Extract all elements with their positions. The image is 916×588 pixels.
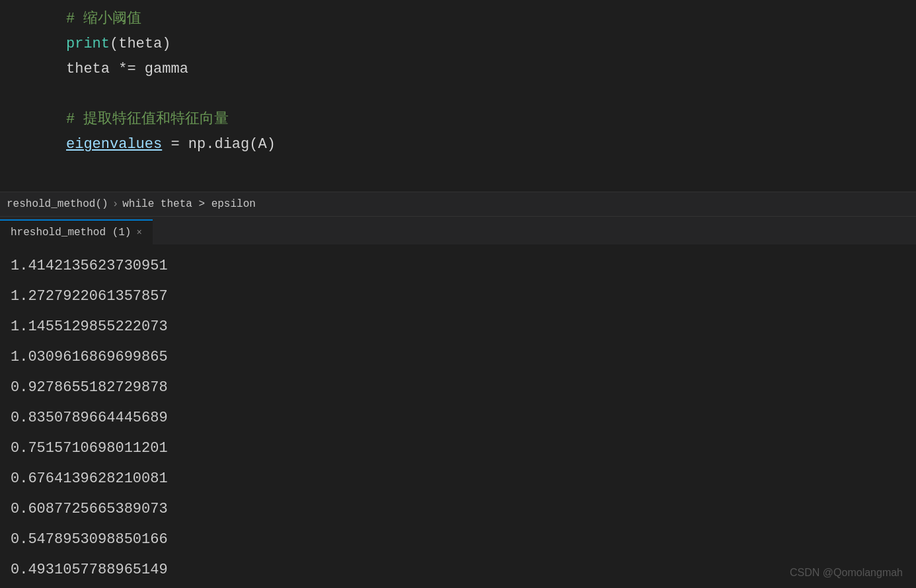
tab-label: hreshold_method (1) bbox=[11, 227, 131, 239]
output-line-7: 0.6764139628210081 bbox=[11, 464, 916, 494]
tab-bar: hreshold_method (1) × bbox=[0, 217, 916, 244]
output-line-1: 1.2727922061357857 bbox=[11, 281, 916, 312]
code-line-blank bbox=[40, 82, 916, 107]
code-line-5: eigenvalues = np.diag(A) bbox=[40, 132, 916, 157]
output-line-8: 0.6087725665389073 bbox=[11, 494, 916, 525]
code-line-4: # 提取特征值和特征向量 bbox=[40, 107, 916, 132]
breadcrumb-method: reshold_method() bbox=[7, 198, 108, 210]
var-theta-2: theta bbox=[66, 61, 110, 77]
code-panel: # 缩小阈值 print(theta) theta *= gamma # 提取特… bbox=[0, 0, 916, 192]
builtin-print: print bbox=[66, 36, 110, 52]
var-eigenvalues: eigenvalues bbox=[66, 136, 162, 153]
output-line-4: 0.9278655182729878 bbox=[11, 373, 916, 403]
code-editor: # 缩小阈值 print(theta) theta *= gamma # 提取特… bbox=[0, 0, 916, 588]
code-line-2: print(theta) bbox=[40, 32, 916, 57]
operator-muleq: *= gamma bbox=[110, 61, 188, 77]
output-line-2: 1.1455129855222073 bbox=[11, 312, 916, 342]
var-theta: theta bbox=[118, 36, 162, 52]
breadcrumb: reshold_method() › while theta > epsilon bbox=[0, 192, 916, 217]
tab-close-button[interactable]: × bbox=[136, 227, 141, 238]
code-area: # 缩小阈值 print(theta) theta *= gamma # 提取特… bbox=[0, 0, 916, 164]
output-line-10: 0.4931057788965149 bbox=[11, 555, 916, 585]
output-line-5: 0.8350789664445689 bbox=[11, 403, 916, 433]
output-line-3: 1.0309616869699865 bbox=[11, 342, 916, 373]
comment-1: # 缩小阈值 bbox=[40, 7, 141, 32]
tab-hreshold-method[interactable]: hreshold_method (1) × bbox=[0, 219, 153, 244]
paren-close: ) bbox=[162, 36, 171, 52]
output-line-6: 0.7515710698011201 bbox=[11, 433, 916, 464]
breadcrumb-separator-1: › bbox=[112, 198, 119, 210]
code-line-1: # 缩小阈值 bbox=[40, 7, 916, 32]
comment-2: # 提取特征值和特征向量 bbox=[40, 107, 229, 132]
paren-open: ( bbox=[110, 36, 118, 52]
code-line-3: theta *= gamma bbox=[40, 57, 916, 82]
output-panel: 1.4142135623730951 1.2727922061357857 1.… bbox=[0, 244, 916, 588]
breadcrumb-scope: while theta > epsilon bbox=[122, 198, 256, 210]
output-line-9: 0.5478953098850166 bbox=[11, 525, 916, 555]
operator-eq: = np.diag(A) bbox=[162, 136, 276, 153]
output-line-0: 1.4142135623730951 bbox=[11, 251, 916, 281]
watermark: CSDN @Qomolangmah bbox=[790, 567, 903, 579]
